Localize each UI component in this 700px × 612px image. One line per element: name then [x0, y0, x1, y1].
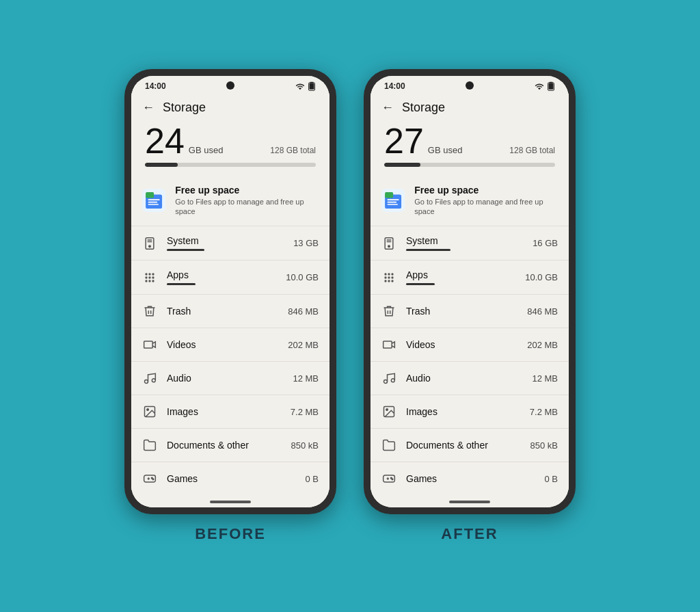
- storage-item-audio[interactable]: Audio 12 MB: [131, 361, 329, 395]
- videos-icon: [381, 337, 396, 352]
- storage-item-games[interactable]: Games 0 B: [371, 462, 569, 495]
- storage-list: System 16 GB Apps 10.0 GB: [371, 226, 569, 495]
- storage-item-documents[interactable]: Documents & other 850 kB: [371, 428, 569, 462]
- files-app-icon: [142, 188, 165, 213]
- status-time: 14:00: [384, 81, 405, 91]
- item-content-trash: Trash: [167, 306, 278, 317]
- storage-item-videos[interactable]: Videos 202 MB: [131, 328, 329, 361]
- storage-item-apps[interactable]: Apps 10.0 GB: [371, 260, 569, 294]
- item-bar-apps: [406, 283, 435, 285]
- item-content-games: Games: [167, 473, 295, 484]
- storage-item-apps[interactable]: Apps 10.0 GB: [131, 260, 329, 294]
- images-icon: [142, 404, 157, 419]
- item-content-videos: Videos: [167, 339, 278, 350]
- audio-icon: [381, 371, 396, 386]
- storage-item-trash[interactable]: Trash 846 MB: [371, 294, 569, 328]
- svg-rect-5: [146, 192, 154, 198]
- svg-rect-1: [310, 81, 313, 83]
- item-size-trash: 846 MB: [288, 306, 319, 317]
- storage-item-images[interactable]: Images 7.2 MB: [371, 395, 569, 428]
- free-up-subtitle: Go to Files app to manage and free up sp…: [175, 197, 319, 217]
- item-content-apps: Apps: [406, 269, 515, 285]
- storage-bar: [145, 163, 316, 167]
- item-size-audio: 12 MB: [293, 373, 319, 384]
- free-up-card[interactable]: Free up space Go to Files app to manage …: [131, 175, 329, 226]
- storage-number: 27: [384, 123, 424, 159]
- system-icon: [381, 236, 396, 251]
- free-up-card[interactable]: Free up space Go to Files app to manage …: [371, 175, 569, 226]
- item-size-videos: 202 MB: [288, 340, 319, 350]
- svg-point-51: [384, 280, 386, 282]
- svg-rect-39: [388, 202, 397, 203]
- item-size-documents: 850 kB: [530, 440, 558, 451]
- home-indicator: [371, 495, 569, 507]
- item-content-images: Images: [406, 406, 520, 417]
- svg-rect-54: [383, 341, 392, 348]
- storage-item-images[interactable]: Images 7.2 MB: [131, 395, 329, 428]
- item-name-documents: Documents & other: [406, 440, 521, 451]
- svg-rect-2: [310, 83, 314, 90]
- apps-icon: [142, 270, 157, 285]
- item-name-audio: Audio: [406, 373, 522, 384]
- free-up-title: Free up space: [175, 185, 319, 196]
- back-button[interactable]: ←: [142, 101, 154, 115]
- svg-point-49: [388, 276, 390, 278]
- item-name-trash: Trash: [406, 306, 517, 317]
- page-title: Storage: [402, 101, 445, 115]
- phones-container: 14:00 ← Storage 24 GB used 128 GB total: [124, 69, 576, 544]
- storage-item-trash[interactable]: Trash 846 MB: [131, 294, 329, 328]
- svg-point-31: [152, 479, 154, 480]
- svg-point-13: [145, 273, 147, 275]
- svg-point-47: [391, 273, 393, 275]
- screen-content: ← Storage 27 GB used 128 GB total: [371, 94, 569, 508]
- item-name-apps: Apps: [167, 269, 276, 280]
- item-content-trash: Trash: [406, 306, 517, 317]
- item-content-audio: Audio: [167, 373, 283, 384]
- phone-wrapper-before: 14:00 ← Storage 24 GB used 128 GB total: [124, 69, 336, 544]
- back-button[interactable]: ←: [381, 101, 394, 115]
- games-icon: [381, 471, 396, 486]
- storage-item-documents[interactable]: Documents & other 850 kB: [131, 428, 329, 462]
- storage-list: System 13 GB Apps 10.0 GB: [131, 226, 329, 495]
- svg-rect-37: [385, 192, 393, 198]
- free-up-title: Free up space: [414, 185, 558, 196]
- storage-total: 128 GB total: [270, 146, 316, 155]
- storage-unit-label: GB used: [189, 145, 224, 155]
- home-indicator: [131, 495, 329, 507]
- images-icon: [381, 404, 396, 419]
- screen-content: ← Storage 24 GB used 128 GB total: [131, 94, 329, 508]
- storage-item-system[interactable]: System 16 GB: [371, 226, 569, 260]
- home-indicator-bar: [449, 501, 490, 503]
- trash-icon: [142, 304, 157, 319]
- top-bar: ← Storage: [371, 94, 569, 120]
- svg-rect-7: [148, 202, 158, 203]
- phone-wrapper-after: 14:00 ← Storage 27 GB used 128 GB total: [364, 69, 576, 544]
- item-size-audio: 12 MB: [532, 373, 558, 384]
- storage-item-system[interactable]: System 13 GB: [131, 226, 329, 260]
- storage-used-row: 24 GB used 128 GB total: [145, 123, 316, 159]
- storage-item-videos[interactable]: Videos 202 MB: [371, 328, 569, 361]
- phone-screen: 14:00 ← Storage 27 GB used 128 GB total: [371, 76, 569, 508]
- item-content-documents: Documents & other: [167, 440, 282, 451]
- status-time: 14:00: [145, 81, 166, 91]
- documents-icon: [381, 438, 396, 453]
- camera-notch: [226, 81, 234, 90]
- status-bar: 14:00: [371, 76, 569, 94]
- item-name-images: Images: [167, 406, 281, 417]
- storage-total: 128 GB total: [509, 146, 555, 155]
- item-name-videos: Videos: [406, 339, 517, 350]
- svg-rect-34: [549, 83, 554, 90]
- svg-rect-33: [549, 81, 552, 83]
- storage-item-audio[interactable]: Audio 12 MB: [371, 361, 569, 395]
- storage-item-games[interactable]: Games 0 B: [131, 462, 329, 495]
- svg-point-42: [388, 245, 390, 248]
- svg-point-55: [384, 380, 388, 384]
- item-content-system: System: [406, 235, 523, 251]
- item-name-system: System: [167, 235, 284, 246]
- item-name-trash: Trash: [167, 306, 278, 317]
- status-bar: 14:00: [131, 76, 329, 94]
- svg-point-20: [148, 280, 150, 282]
- free-up-text: Free up space Go to Files app to manage …: [414, 185, 558, 217]
- storage-bar-fill: [384, 163, 420, 167]
- battery-icon: [547, 81, 555, 91]
